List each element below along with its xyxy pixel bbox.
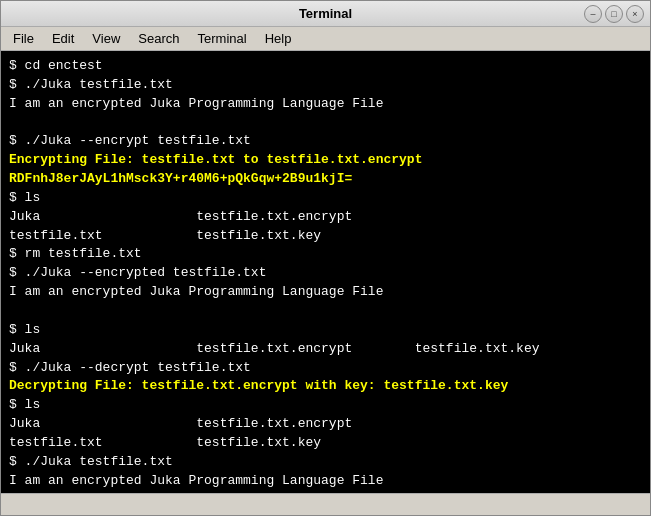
terminal-line: I am an encrypted Juka Programming Langu… (9, 472, 642, 491)
terminal-line: Decrypting File: testfile.txt.encrypt wi… (9, 377, 642, 396)
terminal-line: $ ls (9, 321, 642, 340)
menu-terminal[interactable]: Terminal (190, 29, 255, 48)
terminal-line (9, 114, 642, 133)
terminal-line: Encrypting File: testfile.txt to testfil… (9, 151, 642, 170)
statusbar (1, 493, 650, 515)
menu-search[interactable]: Search (130, 29, 187, 48)
terminal-line: I am an encrypted Juka Programming Langu… (9, 283, 642, 302)
menu-file[interactable]: File (5, 29, 42, 48)
terminal-line: $ ls (9, 396, 642, 415)
menubar: File Edit View Search Terminal Help (1, 27, 650, 51)
terminal-line (9, 302, 642, 321)
title-bar: Terminal – □ × (1, 1, 650, 27)
window-title: Terminal (299, 6, 352, 21)
terminal-line: $ ./Juka --decrypt testfile.txt (9, 359, 642, 378)
terminal-line: Juka testfile.txt.encrypt testfile.txt.k… (9, 340, 642, 359)
close-button[interactable]: × (626, 5, 644, 23)
terminal-line: RDFnhJ8erJAyL1hMsck3Y+r40M6+pQkGqw+2B9u1… (9, 170, 642, 189)
maximize-button[interactable]: □ (605, 5, 623, 23)
terminal-line: $ rm testfile.txt (9, 245, 642, 264)
terminal-line: $ ./Juka --encrypt testfile.txt (9, 132, 642, 151)
terminal-line: testfile.txt testfile.txt.key (9, 434, 642, 453)
terminal-line: I am an encrypted Juka Programming Langu… (9, 95, 642, 114)
window-controls: – □ × (584, 5, 644, 23)
terminal-line: Juka testfile.txt.encrypt (9, 208, 642, 227)
terminal-line: $ ./Juka testfile.txt (9, 453, 642, 472)
terminal-line: $ cd enctest (9, 57, 642, 76)
terminal-line: testfile.txt testfile.txt.key (9, 227, 642, 246)
menu-edit[interactable]: Edit (44, 29, 82, 48)
terminal-line: $ ./Juka testfile.txt (9, 76, 642, 95)
terminal-window: Terminal – □ × File Edit View Search Ter… (0, 0, 651, 516)
menu-help[interactable]: Help (257, 29, 300, 48)
terminal-line: $ ./Juka --encrypted testfile.txt (9, 264, 642, 283)
terminal-line: Juka testfile.txt.encrypt (9, 415, 642, 434)
terminal-output[interactable]: $ cd enctest $ ./Juka testfile.txt I am … (1, 51, 650, 493)
menu-view[interactable]: View (84, 29, 128, 48)
minimize-button[interactable]: – (584, 5, 602, 23)
terminal-line: $ ls (9, 189, 642, 208)
